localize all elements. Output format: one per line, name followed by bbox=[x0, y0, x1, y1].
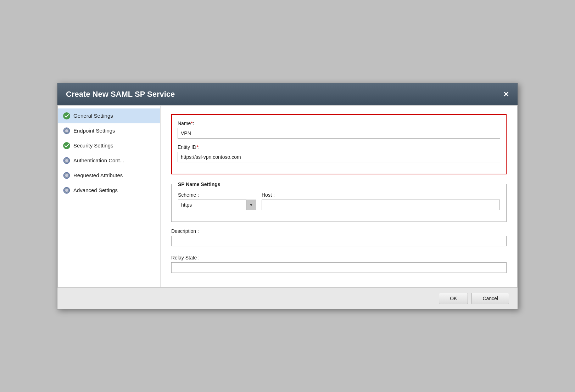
svg-point-2 bbox=[65, 129, 68, 132]
scheme-select-wrapper: https http ▼ bbox=[178, 200, 256, 210]
sidebar-label-advanced-settings: Advanced Settings bbox=[73, 187, 118, 193]
description-label: Description : bbox=[171, 228, 507, 234]
svg-point-3 bbox=[63, 142, 70, 149]
entity-id-input[interactable] bbox=[178, 152, 500, 162]
sidebar-item-authentication-cont[interactable]: Authentication Cont... bbox=[58, 153, 160, 168]
name-input[interactable] bbox=[178, 128, 500, 139]
sp-name-settings-fieldset: SP Name Settings Scheme : https http ▼ bbox=[171, 181, 507, 222]
scheme-host-row: Scheme : https http ▼ Host : bbox=[178, 192, 500, 210]
create-saml-dialog: Create New SAML SP Service ✕ General Set… bbox=[57, 83, 518, 309]
dialog-body: General Settings Endpoint Settings Secur… bbox=[57, 105, 518, 287]
name-label: Name*: bbox=[178, 121, 500, 126]
sidebar-label-general-settings: General Settings bbox=[73, 113, 113, 119]
description-field-group: Description : bbox=[171, 228, 507, 249]
dialog-header: Create New SAML SP Service ✕ bbox=[57, 83, 518, 105]
cancel-button[interactable]: Cancel bbox=[471, 293, 509, 304]
host-col: Host : bbox=[262, 192, 500, 210]
sidebar-item-endpoint-settings[interactable]: Endpoint Settings bbox=[58, 123, 160, 138]
svg-point-5 bbox=[65, 159, 68, 162]
scheme-select[interactable]: https http bbox=[178, 200, 256, 210]
ok-button[interactable]: OK bbox=[439, 293, 468, 304]
svg-point-7 bbox=[65, 174, 68, 177]
general-settings-icon bbox=[63, 112, 71, 120]
sp-name-settings-legend: SP Name Settings bbox=[176, 181, 223, 187]
sidebar-item-requested-attributes[interactable]: Requested Attributes bbox=[58, 168, 160, 183]
endpoint-settings-icon bbox=[63, 127, 71, 135]
svg-point-9 bbox=[65, 189, 68, 192]
sidebar-label-security-settings: Security Settings bbox=[73, 142, 113, 149]
sidebar-item-advanced-settings[interactable]: Advanced Settings bbox=[58, 183, 160, 198]
sidebar-label-endpoint-settings: Endpoint Settings bbox=[73, 128, 115, 134]
security-settings-icon bbox=[63, 142, 71, 150]
description-input[interactable] bbox=[171, 236, 507, 246]
host-label: Host : bbox=[262, 192, 500, 198]
scheme-col: Scheme : https http ▼ bbox=[178, 192, 256, 210]
advanced-settings-icon bbox=[63, 186, 71, 194]
authentication-cont-icon bbox=[63, 157, 71, 164]
required-fields-box: Name*: Entity ID*: bbox=[171, 114, 507, 174]
svg-point-0 bbox=[63, 112, 70, 119]
sidebar-item-general-settings[interactable]: General Settings bbox=[58, 108, 160, 123]
entity-id-label: Entity ID*: bbox=[178, 144, 500, 150]
host-input[interactable] bbox=[262, 200, 500, 210]
name-field-group: Name*: bbox=[178, 121, 500, 139]
relay-state-field-group: Relay State : bbox=[171, 255, 507, 273]
relay-state-label: Relay State : bbox=[171, 255, 507, 261]
dialog-footer: OK Cancel bbox=[57, 287, 518, 309]
sidebar-item-security-settings[interactable]: Security Settings bbox=[58, 138, 160, 153]
entity-id-field-group: Entity ID*: bbox=[178, 144, 500, 162]
dialog-title: Create New SAML SP Service bbox=[66, 90, 175, 99]
main-content: Name*: Entity ID*: SP Name Settings bbox=[161, 106, 517, 287]
close-button[interactable]: ✕ bbox=[503, 91, 509, 98]
requested-attributes-icon bbox=[63, 172, 71, 179]
relay-state-input[interactable] bbox=[171, 262, 507, 273]
scheme-label: Scheme : bbox=[178, 192, 256, 198]
sidebar-label-requested-attributes: Requested Attributes bbox=[73, 172, 123, 178]
sidebar-label-authentication-cont: Authentication Cont... bbox=[73, 157, 124, 163]
sidebar: General Settings Endpoint Settings Secur… bbox=[58, 106, 161, 287]
